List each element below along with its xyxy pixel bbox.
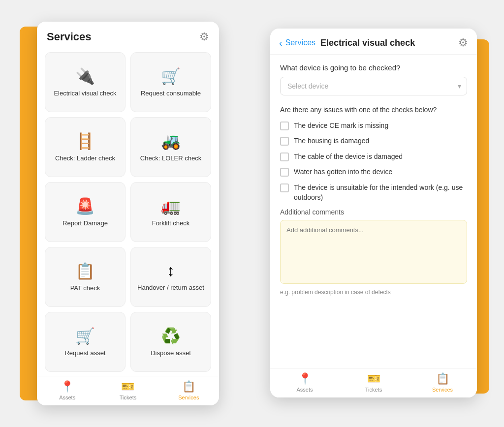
left-phone-header: Services ⚙ xyxy=(37,22,219,48)
service-label-damage: Report Damage xyxy=(63,219,108,228)
service-icon-forklift: 🚛 xyxy=(161,197,181,215)
left-nav-item-services[interactable]: 📋 Services xyxy=(158,380,219,400)
left-nav-label-assets: Assets xyxy=(59,395,75,400)
service-card-forklift[interactable]: 🚛 Forklift check xyxy=(130,182,211,242)
left-phone: Services ⚙ 🔌 Electrical visual check 🛒 R… xyxy=(37,22,219,405)
check-item-ce-mark[interactable]: The device CE mark is missing xyxy=(280,121,467,131)
check-label-cable: The cable of the device is damaged xyxy=(294,152,403,162)
service-icon-electrical: 🔌 xyxy=(75,67,95,86)
check-item-water[interactable]: Water has gotten into the device xyxy=(280,167,467,177)
comments-label: Additional comments xyxy=(280,208,467,216)
service-card-dispose[interactable]: ♻️ Dispose asset xyxy=(130,312,211,372)
service-icon-damage: 🚨 xyxy=(75,197,95,215)
service-card-electrical[interactable]: 🔌 Electrical visual check xyxy=(45,52,126,112)
service-icon-request-asset: 🛒 xyxy=(75,327,95,345)
service-label-forklift: Forklift check xyxy=(152,219,190,228)
service-label-loler: Check: LOLER check xyxy=(140,154,201,163)
service-icon-handover: ↕️ xyxy=(167,262,175,280)
check-item-unsuitable[interactable]: The device is unsuitable for the intende… xyxy=(280,183,467,202)
checks-list: The device CE mark is missing The housin… xyxy=(280,121,467,203)
checkbox-unsuitable[interactable] xyxy=(280,183,289,192)
check-label-ce-mark: The device CE mark is missing xyxy=(294,121,388,131)
service-card-pat[interactable]: 📋 PAT check xyxy=(45,247,126,307)
check-label-housing: The housing is damaged xyxy=(294,136,369,146)
service-icon-consumable: 🛒 xyxy=(161,67,181,86)
service-icon-ladder: 🪜 xyxy=(75,132,95,151)
services-grid: 🔌 Electrical visual check 🛒 Request cons… xyxy=(37,48,219,376)
comments-textarea[interactable] xyxy=(280,220,467,284)
service-label-pat: PAT check xyxy=(70,284,100,293)
comments-hint: e.g. problem description in case of defe… xyxy=(280,289,467,296)
service-icon-loler: 🚜 xyxy=(161,132,181,151)
settings-icon[interactable]: ⚙ xyxy=(199,30,209,43)
right-settings-icon[interactable]: ⚙ xyxy=(458,36,468,49)
form-body: What device is going to be checked? Sele… xyxy=(270,55,477,368)
left-nav-item-tickets[interactable]: 🎫 Tickets xyxy=(97,380,158,400)
left-nav-icon-assets: 📍 xyxy=(61,380,74,393)
device-select-wrapper: Select device ▾ xyxy=(280,77,467,95)
right-bottom-nav: 📍 Assets 🎫 Tickets 📋 Services xyxy=(270,368,477,397)
left-nav-icon-tickets: 🎫 xyxy=(121,380,134,393)
device-select[interactable]: Select device xyxy=(280,77,467,95)
service-card-loler[interactable]: 🚜 Check: LOLER check xyxy=(130,117,211,177)
right-header-left: ‹ Services Electrical visual check xyxy=(279,37,415,49)
right-phone: ‹ Services Electrical visual check ⚙ Wha… xyxy=(270,29,477,397)
left-nav-icon-services: 📋 xyxy=(182,380,195,393)
left-bottom-nav: 📍 Assets 🎫 Tickets 📋 Services xyxy=(37,376,219,405)
service-icon-dispose: ♻️ xyxy=(161,327,181,345)
back-button[interactable]: ‹ xyxy=(279,37,283,49)
service-label-electrical: Electrical visual check xyxy=(54,90,116,98)
left-nav-label-services: Services xyxy=(178,395,199,400)
service-label-ladder: Check: Ladder check xyxy=(55,154,115,163)
checkbox-cable[interactable] xyxy=(280,152,289,161)
right-nav-icon-services: 📋 xyxy=(436,372,449,385)
right-nav-icon-tickets: 🎫 xyxy=(367,372,380,385)
right-nav-label-assets: Assets xyxy=(296,387,313,393)
left-nav-item-assets[interactable]: 📍 Assets xyxy=(37,380,97,400)
check-item-housing[interactable]: The housing is damaged xyxy=(280,136,467,146)
right-nav-label-tickets: Tickets xyxy=(365,387,382,393)
service-card-consumable[interactable]: 🛒 Request consumable xyxy=(130,52,211,112)
service-card-ladder[interactable]: 🪜 Check: Ladder check xyxy=(45,117,126,177)
right-nav-item-services[interactable]: 📋 Services xyxy=(408,372,477,393)
breadcrumb-services[interactable]: Services xyxy=(285,38,315,47)
checks-question: Are there any issues with one of the che… xyxy=(280,105,467,115)
check-item-cable[interactable]: The cable of the device is damaged xyxy=(280,152,467,162)
service-card-handover[interactable]: ↕️ Handover / return asset xyxy=(130,247,211,307)
device-question: What device is going to be checked? xyxy=(280,63,467,72)
check-label-water: Water has gotten into the device xyxy=(294,167,392,177)
service-card-request-asset[interactable]: 🛒 Request asset xyxy=(45,312,126,372)
service-card-damage[interactable]: 🚨 Report Damage xyxy=(45,182,126,242)
left-phone-title: Services xyxy=(47,30,92,43)
checkbox-water[interactable] xyxy=(280,168,289,177)
right-nav-label-services: Services xyxy=(432,387,453,393)
right-phone-header: ‹ Services Electrical visual check ⚙ xyxy=(270,29,477,55)
left-nav-label-tickets: Tickets xyxy=(120,395,136,400)
service-label-request-asset: Request asset xyxy=(64,349,105,358)
service-label-dispose: Dispose asset xyxy=(151,349,191,358)
right-page-title: Electrical visual check xyxy=(320,38,415,48)
check-label-unsuitable: The device is unsuitable for the intende… xyxy=(294,183,467,202)
right-nav-item-tickets[interactable]: 🎫 Tickets xyxy=(339,372,408,393)
checkbox-ce-mark[interactable] xyxy=(280,122,289,130)
service-label-handover: Handover / return asset xyxy=(137,284,204,292)
right-nav-icon-assets: 📍 xyxy=(298,372,312,385)
right-nav-item-assets[interactable]: 📍 Assets xyxy=(270,372,339,393)
service-icon-pat: 📋 xyxy=(75,262,95,280)
service-label-consumable: Request consumable xyxy=(141,90,201,98)
checkbox-housing[interactable] xyxy=(280,137,289,146)
